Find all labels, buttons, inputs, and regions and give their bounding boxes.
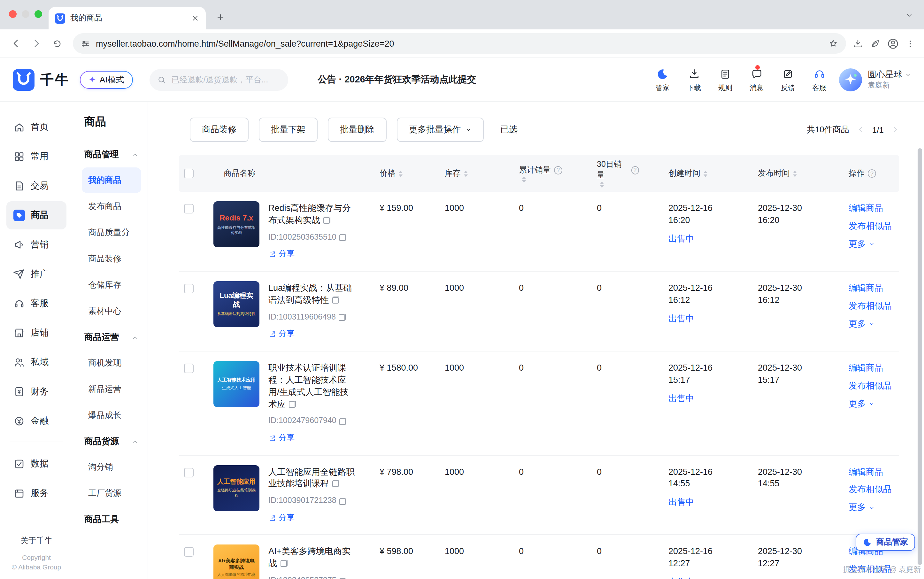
about-qianniu-link[interactable]: 关于千牛	[0, 535, 73, 546]
product-thumbnail[interactable]: 人工智能应用 全链路职业技能培训课程	[213, 465, 260, 511]
shortcut-customer-service[interactable]: 客服	[812, 67, 826, 92]
edit-product-link[interactable]: 编辑商品	[849, 203, 899, 215]
column-created[interactable]: 创建时间	[639, 168, 734, 179]
product-title[interactable]: Redis高性能缓存与分布式架构实战	[268, 203, 357, 227]
energy-saver-leaf-icon[interactable]	[870, 38, 881, 49]
column-30d-sales[interactable]: 30日销量	[562, 159, 639, 188]
copy-icon[interactable]	[323, 217, 330, 224]
address-bar[interactable]: myseller.taobao.com/home.htm/SellManage/…	[73, 33, 846, 54]
reload-icon[interactable]	[47, 34, 67, 53]
copy-icon[interactable]	[340, 497, 347, 505]
submenu-item-product-decorate[interactable]: 商品装修	[82, 246, 141, 272]
shortcut-feedback[interactable]: 反馈	[781, 67, 795, 92]
select-all-checkbox[interactable]	[184, 169, 194, 178]
sidebar-item-data[interactable]: 数据	[7, 450, 67, 478]
more-actions-link[interactable]: 更多	[849, 398, 899, 410]
more-batch-button[interactable]: 更多批量操作	[397, 118, 484, 142]
site-settings-icon[interactable]	[80, 39, 90, 48]
back-icon[interactable]	[7, 34, 26, 53]
row-checkbox[interactable]	[184, 547, 194, 557]
decorate-button[interactable]: 商品装修	[190, 118, 249, 142]
user-menu[interactable]: 圆心星球 袁庭新	[839, 68, 911, 91]
submenu-item-new-product-ops[interactable]: 新品运营	[82, 376, 141, 402]
close-window-button[interactable]	[9, 10, 16, 18]
share-link[interactable]: 分享	[268, 329, 294, 340]
copy-icon[interactable]	[340, 418, 347, 425]
product-title[interactable]: Lua编程实战：从基础语法到高级特性	[268, 283, 357, 307]
url-text[interactable]: myseller.taobao.com/home.htm/SellManage/…	[96, 39, 823, 48]
section-product-operation[interactable]: 商品运营	[82, 325, 141, 350]
copy-icon[interactable]	[289, 401, 296, 407]
new-tab-button[interactable]	[212, 9, 228, 25]
product-thumbnail[interactable]: Redis 7.x 高性能缓存与分布式架构实战	[213, 201, 260, 247]
browser-tab[interactable]: 我的商品	[49, 7, 206, 29]
column-cumulative-sales[interactable]: 累计销量	[486, 165, 562, 182]
submenu-item-my-products[interactable]: 我的商品	[82, 167, 141, 193]
browser-menu-icon[interactable]	[906, 39, 915, 48]
shop-name[interactable]: 圆心星球	[868, 69, 902, 80]
row-checkbox[interactable]	[184, 468, 194, 477]
sidebar-item-finance[interactable]: 财务	[7, 378, 67, 406]
sidebar-item-fund[interactable]: 金融	[7, 407, 67, 435]
product-thumbnail[interactable]: Lua编程实战 从基础语法到高级特性	[213, 281, 260, 327]
download-icon[interactable]	[852, 38, 863, 49]
copy-icon[interactable]	[280, 560, 287, 567]
batch-offshelf-button[interactable]: 批量下架	[259, 118, 317, 142]
section-product-management[interactable]: 商品管理	[82, 142, 141, 167]
edit-product-link[interactable]: 编辑商品	[849, 362, 899, 375]
more-actions-link[interactable]: 更多	[849, 318, 899, 330]
product-thumbnail[interactable]: AI+美客多跨境电商实战 人人都能做的跨境电商	[213, 545, 260, 579]
sidebar-item-products[interactable]: 商品	[7, 201, 67, 229]
batch-delete-button[interactable]: 批量删除	[328, 118, 387, 142]
close-tab-icon[interactable]	[191, 14, 200, 22]
shortcut-messages[interactable]: 消息	[749, 67, 764, 92]
publish-similar-link[interactable]: 发布相似品	[849, 221, 899, 232]
shortcut-guanjia[interactable]: 管家	[656, 67, 670, 92]
sidebar-item-private-domain[interactable]: 私域	[7, 348, 67, 376]
tab-search-icon[interactable]	[902, 8, 916, 22]
submenu-item-tao-distribution[interactable]: 淘分销	[82, 455, 141, 480]
product-thumbnail[interactable]: 人工智能技术应用 生成式人工智能	[213, 361, 260, 407]
submenu-item-material-center[interactable]: 素材中心	[82, 298, 141, 324]
sidebar-item-marketing[interactable]: 营销	[7, 231, 67, 259]
more-actions-link[interactable]: 更多	[849, 502, 899, 514]
search-box[interactable]	[149, 69, 288, 90]
sidebar-item-promotion[interactable]: 推广	[7, 260, 67, 288]
publish-similar-link[interactable]: 发布相似品	[849, 484, 899, 496]
column-published[interactable]: 发布时间	[734, 168, 824, 179]
copy-icon[interactable]	[332, 480, 339, 487]
prev-page-icon[interactable]	[857, 126, 865, 134]
row-checkbox[interactable]	[184, 284, 194, 293]
ai-mode-button[interactable]: ✦ AI模式	[80, 70, 133, 88]
share-link[interactable]: 分享	[268, 433, 294, 444]
qianniu-logo[interactable]: 千牛	[13, 69, 70, 90]
bookmark-star-icon[interactable]	[828, 38, 838, 49]
announcement-link[interactable]: 公告 · 2026年年货狂欢季活动点此提交	[317, 74, 476, 86]
section-product-supply[interactable]: 商品货源	[82, 429, 141, 455]
product-title[interactable]: 职业技术认证培训课程：人工智能技术应用/生成式人工智能技术应	[268, 362, 357, 411]
submenu-item-publish-product[interactable]: 发布商品	[82, 194, 141, 219]
minimize-window-button[interactable]	[22, 10, 29, 18]
sidebar-item-services[interactable]: 服务	[7, 479, 67, 507]
next-page-icon[interactable]	[891, 126, 899, 134]
shortcut-rules[interactable]: 规则	[718, 67, 732, 92]
submenu-item-warehouse-stock[interactable]: 仓储库存	[82, 272, 141, 298]
submenu-item-factory-supply[interactable]: 工厂货源	[82, 481, 141, 506]
column-price[interactable]: 价格	[364, 168, 428, 179]
product-title[interactable]: 人工智能应用全链路职业技能培训课程	[268, 466, 357, 491]
share-link[interactable]: 分享	[268, 512, 294, 524]
submenu-item-hot-product-growth[interactable]: 爆品成长	[82, 402, 141, 428]
section-product-tools[interactable]: 商品工具	[82, 507, 141, 532]
copy-icon[interactable]	[340, 577, 347, 579]
forward-icon[interactable]	[27, 34, 46, 53]
page-scrollbar[interactable]	[917, 148, 922, 565]
copy-icon[interactable]	[339, 314, 346, 321]
help-icon[interactable]	[554, 166, 562, 174]
publish-similar-link[interactable]: 发布相似品	[849, 380, 899, 392]
submenu-item-quality-score[interactable]: 商品质量分	[82, 220, 141, 245]
sidebar-item-common[interactable]: 常用	[7, 142, 67, 171]
sidebar-item-shop[interactable]: 店铺	[7, 319, 67, 347]
zoom-window-button[interactable]	[34, 10, 42, 18]
search-input[interactable]	[171, 75, 281, 84]
help-icon[interactable]	[868, 169, 876, 178]
